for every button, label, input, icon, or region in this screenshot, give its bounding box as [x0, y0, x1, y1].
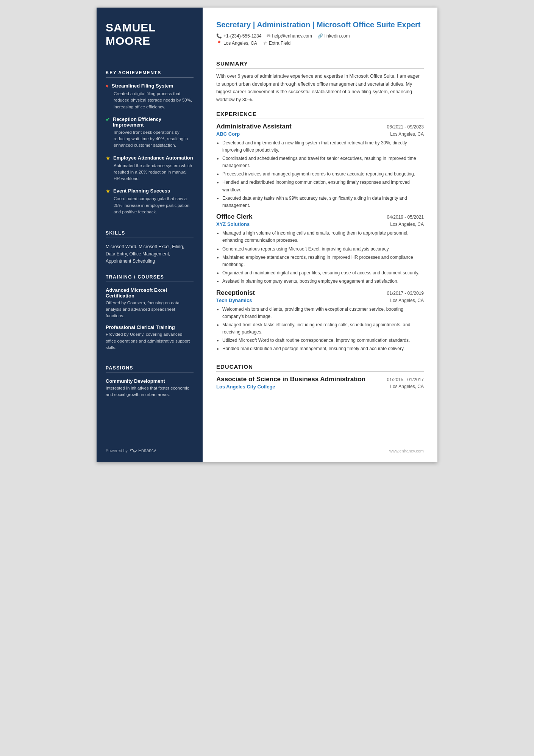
bullet-item: Welcomed visitors and clients, providing… — [222, 306, 424, 320]
star-icon: ★ — [106, 155, 110, 161]
training-title: Professional Clerical Training — [106, 324, 194, 330]
job-bullets: Managed a high volume of incoming calls … — [216, 230, 424, 285]
achievement-title: ★ Employee Attendance Automation — [106, 155, 194, 161]
achievement-desc: Created a digital filing process that re… — [106, 91, 194, 110]
passions-list: Community Development Interested in init… — [106, 378, 194, 398]
job-dates: 04/2019 - 05/2021 — [387, 214, 424, 220]
job-title: Office Clerk — [216, 213, 252, 221]
bullet-item: Utilized Microsoft Word to draft routine… — [222, 337, 424, 344]
bullet-item: Coordinated and scheduled meetings and t… — [222, 155, 424, 169]
edu-degree: Associate of Science in Business Adminis… — [216, 376, 365, 383]
skills-text: Microsoft Word, Microsoft Excel, Filing,… — [106, 243, 194, 265]
phone-icon: 📞 — [216, 33, 222, 39]
training-list: Advanced Microsoft Excel Certification O… — [106, 287, 194, 357]
job-bullets: Welcomed visitors and clients, providing… — [216, 306, 424, 353]
email-address: help@enhancv.com — [272, 33, 312, 39]
check-icon: ✔ — [106, 117, 110, 122]
achievement-desc: Coordinated company gala that saw a 25% … — [106, 196, 194, 215]
job-location: Los Angeles, CA — [390, 298, 424, 303]
job-title: Administrative Assistant — [216, 123, 292, 130]
bullet-item: Handled and redistributed incoming commu… — [222, 179, 424, 193]
phone-contact: 📞 +1-(234)-555-1234 — [216, 33, 261, 39]
location-row: 📍 Los Angeles, CA ☆ Extra Field — [216, 41, 424, 46]
job-company: XYZ Solutions — [216, 221, 250, 227]
bullet-item: Managed front desk tasks efficiently, in… — [222, 321, 424, 336]
bullet-item: Assisted in planning company events, boo… — [222, 278, 424, 285]
passions-section-title: PASSIONS — [106, 365, 194, 373]
resume-container: SAMUEL MOORE KEY ACHIEVEMENTS ♥ Streamli… — [97, 8, 437, 462]
job-bullets: Developed and implemented a new filing s… — [216, 139, 424, 210]
job-company-row: Tech Dynamics Los Angeles, CA — [216, 297, 424, 303]
job-title: Receptionist — [216, 289, 255, 297]
summary-text: With over 6 years of administrative expe… — [216, 72, 424, 104]
achievement-title: ♥ Streamlined Filing System — [106, 83, 194, 89]
sidebar: SAMUEL MOORE KEY ACHIEVEMENTS ♥ Streamli… — [97, 8, 203, 462]
training-item: Advanced Microsoft Excel Certification O… — [106, 287, 194, 319]
bullet-item: Generated various reports using Microsof… — [222, 246, 424, 253]
email-icon: ✉ — [267, 33, 270, 39]
job-company-row: XYZ Solutions Los Angeles, CA — [216, 221, 424, 227]
job-dates: 01/2017 - 03/2019 — [387, 291, 424, 296]
headline: Secretary | Administration | Microsoft O… — [216, 20, 424, 30]
extra-field: Extra Field — [269, 41, 290, 46]
candidate-name: SAMUEL MOORE — [106, 21, 194, 47]
training-title: Advanced Microsoft Excel Certification — [106, 287, 194, 299]
location-icon: 📍 — [216, 41, 222, 46]
job-entry: Administrative Assistant 06/2021 - 09/20… — [216, 123, 424, 213]
bullet-item: Handled mail distribution and postage ma… — [222, 345, 424, 352]
achievement-desc: Automated the attendance system which re… — [106, 163, 194, 182]
training-item: Professional Clerical Training Provided … — [106, 324, 194, 351]
contact-row: 📞 +1-(234)-555-1234 ✉ help@enhancv.com 🔗… — [216, 33, 424, 39]
extra-contact: ☆ Extra Field — [263, 41, 290, 46]
job-company: ABC Corp — [216, 131, 240, 137]
experience-section-title: EXPERIENCE — [216, 111, 424, 119]
achievement-item: ★ Event Planning Success Coordinated com… — [106, 188, 194, 215]
bullet-item: Organized and maintained digital and pap… — [222, 269, 424, 277]
bullet-item: Maintained employee attendance records, … — [222, 254, 424, 268]
name-line2: MOORE — [106, 34, 150, 47]
edu-school: Los Angeles City College — [216, 384, 275, 390]
bullet-item: Managed a high volume of incoming calls … — [222, 230, 424, 244]
achievements-section-title: KEY ACHIEVEMENTS — [106, 70, 194, 78]
job-header: Receptionist 01/2017 - 03/2019 — [216, 289, 424, 297]
linkedin-contact: 🔗 linkedin.com — [317, 33, 350, 39]
bullet-item: Processed invoices and managed payment r… — [222, 171, 424, 178]
edu-school-row: Los Angeles City College Los Angeles, CA — [216, 384, 424, 390]
education-entry: Associate of Science in Business Adminis… — [216, 376, 424, 390]
name-line1: SAMUEL — [106, 21, 156, 34]
skills-section-title: SKILLS — [106, 230, 194, 238]
edu-location: Los Angeles, CA — [390, 384, 424, 390]
footer-url: www.enhancv.com — [389, 449, 424, 453]
summary-section-title: SUMMARY — [216, 60, 424, 69]
job-dates: 06/2021 - 09/2023 — [387, 124, 424, 130]
location-text: Los Angeles, CA — [223, 41, 257, 46]
job-company-row: ABC Corp Los Angeles, CA — [216, 131, 424, 137]
achievement-item: ♥ Streamlined Filing System Created a di… — [106, 83, 194, 110]
edu-header: Associate of Science in Business Adminis… — [216, 376, 424, 383]
job-header: Office Clerk 04/2019 - 05/2021 — [216, 213, 424, 221]
training-desc: Provided by Udemy, covering advanced off… — [106, 331, 194, 351]
enhancv-logo: Enhancv — [130, 448, 156, 453]
job-company: Tech Dynamics — [216, 297, 252, 303]
location-contact: 📍 Los Angeles, CA — [216, 41, 257, 46]
email-contact: ✉ help@enhancv.com — [267, 33, 312, 39]
passion-desc: Interested in initiatives that foster ec… — [106, 385, 194, 398]
training-desc: Offered by Coursera, focusing on data an… — [106, 300, 194, 319]
job-header: Administrative Assistant 06/2021 - 09/20… — [216, 123, 424, 130]
passion-title: Community Development — [106, 378, 194, 384]
education-section-title: EDUCATION — [216, 363, 424, 372]
edu-dates: 01/2015 - 01/2017 — [387, 377, 424, 382]
powered-by-label: Powered by — [106, 448, 128, 453]
job-location: Los Angeles, CA — [390, 222, 424, 227]
sidebar-footer: Powered by Enhancv — [106, 437, 194, 453]
heart-icon: ♥ — [106, 83, 109, 89]
achievement-title: ✔ Reception Efficiency Improvement — [106, 116, 194, 128]
main-content: Secretary | Administration | Microsoft O… — [203, 8, 437, 462]
main-footer: www.enhancv.com — [216, 441, 424, 453]
achievements-list: ♥ Streamlined Filing System Created a di… — [106, 83, 194, 221]
linkedin-icon: 🔗 — [317, 33, 323, 39]
linkedin-url: linkedin.com — [325, 33, 350, 39]
achievement-title: ★ Event Planning Success — [106, 188, 194, 194]
bullet-item: Developed and implemented a new filing s… — [222, 139, 424, 154]
job-entry: Office Clerk 04/2019 - 05/2021 XYZ Solut… — [216, 213, 424, 289]
